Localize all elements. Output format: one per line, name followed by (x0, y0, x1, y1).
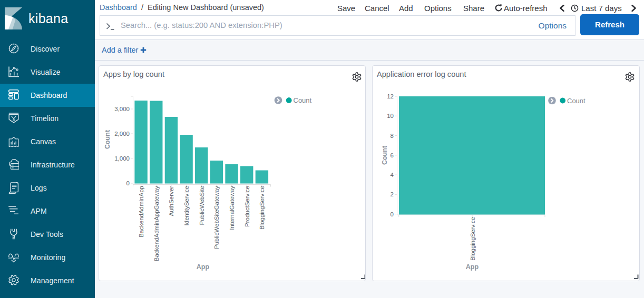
svg-text:Count: Count (294, 96, 312, 104)
svg-text:ProductService: ProductService (244, 186, 250, 227)
svg-text:BloggingService: BloggingService (259, 186, 265, 230)
svg-text:Count: Count (104, 130, 111, 149)
svg-text:4: 4 (391, 172, 394, 178)
svg-text:10: 10 (387, 113, 394, 119)
svg-text:PublicWebSiteGateway: PublicWebSiteGateway (213, 186, 220, 249)
svg-text:Count: Count (381, 145, 388, 165)
svg-text:InternalGateway: InternalGateway (229, 186, 235, 230)
svg-text:Count: Count (567, 97, 586, 105)
svg-text:IdentityService: IdentityService (183, 186, 190, 225)
svg-text:BackendAdminAppGateway: BackendAdminAppGateway (153, 186, 160, 261)
svg-text:App: App (197, 263, 210, 271)
svg-text:2,000: 2,000 (114, 131, 130, 137)
svg-text:PublicWebSite: PublicWebSite (199, 186, 205, 225)
svg-text:0: 0 (391, 211, 394, 217)
svg-text:8: 8 (391, 133, 394, 139)
svg-text:1,000: 1,000 (114, 155, 130, 162)
svg-text:BackendAdminApp: BackendAdminApp (138, 186, 144, 237)
svg-text:App: App (466, 263, 479, 271)
svg-text:2: 2 (391, 191, 394, 197)
svg-text:BloggingService: BloggingService (470, 217, 476, 261)
svg-text:0: 0 (126, 180, 130, 186)
svg-text:AuthServer: AuthServer (168, 186, 174, 216)
svg-text:6: 6 (391, 152, 394, 158)
svg-text:3,000: 3,000 (114, 106, 130, 112)
svg-text:12: 12 (387, 93, 394, 100)
